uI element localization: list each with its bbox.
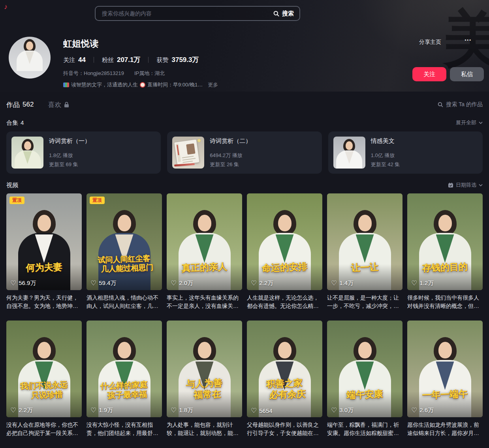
video-thumbnail[interactable]: 置顶 什么样的家庭孩子最幸福 ♡ 1.9万 xyxy=(87,321,162,417)
video-thumbnail[interactable]: 置顶 与人为善福常在 ♡ 1.8万 xyxy=(167,321,242,417)
stat-label: 关注 xyxy=(63,56,75,64)
collection-plays: 1.8亿 播放 xyxy=(49,152,90,159)
collection-thumbnail xyxy=(11,137,43,169)
date-filter-label: 日期筛选 xyxy=(456,182,476,189)
heart-icon: ♡ xyxy=(10,407,16,414)
search-button[interactable]: 搜索 xyxy=(273,10,294,17)
video-caption: 让不是屈服，是一种大度；让一步，不吃亏，减少冲突，… xyxy=(327,294,402,310)
video-card[interactable]: 置顶 积善之家必有余庆 ♡ 5654 父母越能以身作则，以善良之行引导子女，子女… xyxy=(247,321,322,437)
collection-card[interactable]: 情感美文 1.0亿 播放 更新至 42 集 xyxy=(328,131,483,174)
stat-following[interactable]: 关注 44 xyxy=(63,56,86,64)
heart-icon: ♡ xyxy=(411,407,417,414)
heart-icon: ♡ xyxy=(90,407,96,414)
video-thumbnail[interactable]: 置顶 试问人间红尘客几人能过相思门 ♡ 59.4万 xyxy=(87,193,162,290)
follow-button[interactable]: 关注 xyxy=(412,67,446,81)
profile-tabs: 作品 562 喜欢 搜索 Ta 的作品 xyxy=(6,99,483,110)
tab-likes-label: 喜欢 xyxy=(48,100,61,109)
video-thumbnail[interactable]: 置顶 存钱的目的 ♡ 1.2万 xyxy=(407,193,483,290)
video-card[interactable]: 置顶 与人为善福常在 ♡ 1.8万 为人处事，能包容，就别计较，能退让，就别动怒… xyxy=(167,321,242,437)
stat-followers[interactable]: 粉丝 207.1万 xyxy=(102,55,141,64)
video-card[interactable]: 置顶 我们不说永远只说珍惜 ♡ 2.2万 没有人会在原地等你，你也不必把自己拘泥… xyxy=(6,321,82,437)
pinned-badge: 置顶 xyxy=(9,197,24,204)
avatar[interactable] xyxy=(9,37,51,79)
divider xyxy=(148,57,149,63)
chevron-down-icon xyxy=(479,184,483,186)
divider xyxy=(94,57,94,63)
video-overlay-title: 我们不说永远只说珍惜 xyxy=(6,379,82,401)
video-card[interactable]: 置顶 命运的安排 ♡ 2.2万 人生就是这样，无论怎么选，都会有遗憾。无论你怎么… xyxy=(247,193,322,310)
like-count: ♡ 2.2万 xyxy=(251,279,273,287)
profile-meta: 抖音号：Hongjie28513219 IP属地：湖北 xyxy=(63,70,218,77)
video-card[interactable]: 置顶 端午安康 ♡ 3.0万 端午至，粽飘香，福满门，祈安康。愿你生活如粽般甜蜜… xyxy=(327,321,402,437)
like-count: ♡ 2.2万 xyxy=(10,407,33,414)
video-thumbnail[interactable]: 置顶 真正的亲人 ♡ 2.0万 xyxy=(167,193,242,290)
expand-all-button[interactable]: 展开全部 xyxy=(456,119,483,126)
avatar-photo xyxy=(9,37,51,79)
heart-icon: ♡ xyxy=(331,407,337,414)
video-caption: 没有大惊小怪，没有互相指责，他们团结起来，用最舒… xyxy=(87,421,162,437)
video-thumbnail[interactable]: 置顶 我们不说永远只说珍惜 ♡ 2.2万 xyxy=(6,321,82,417)
search-input[interactable] xyxy=(101,10,273,17)
video-card[interactable]: 置顶 一年一端午 ♡ 2.6万 愿你生活如龙舟劈波展浪，前途似锦来日方长，愿你岁… xyxy=(407,321,483,437)
video-overlay-title: 积善之家必有余庆 xyxy=(247,377,322,401)
alarm-clock-icon xyxy=(140,82,145,88)
video-card[interactable]: 置顶 什么样的家庭孩子最幸福 ♡ 1.9万 没有大惊小怪，没有互相指责，他们团结… xyxy=(87,321,162,437)
collection-plays: 6494.2万 播放 xyxy=(210,152,251,159)
search-bar[interactable]: 搜索 xyxy=(95,6,300,21)
video-thumbnail[interactable]: 置顶 一年一端午 ♡ 2.6万 xyxy=(407,321,483,417)
video-thumbnail[interactable]: 置顶 让一让 ♡ 1.4万 xyxy=(327,193,402,290)
bio-more-link[interactable]: 更多 xyxy=(208,81,218,88)
book-graphic xyxy=(175,139,200,165)
search-user-works[interactable]: 搜索 Ta 的作品 xyxy=(438,101,483,108)
video-thumbnail[interactable]: 置顶 何为夫妻 ♡ 56.9万 xyxy=(6,193,82,290)
video-caption: 酒入相思情入魂，情由心动不由人，试问人间红尘客，几… xyxy=(87,294,162,310)
video-caption: 没有人会在原地等你，你也不必把自己拘泥于某一段关系… xyxy=(6,421,82,437)
video-card[interactable]: 置顶 真正的亲人 ♡ 2.0万 事实上，这年头有血缘关系的不一定是亲人，没有血缘… xyxy=(167,193,242,310)
video-card[interactable]: 置顶 试问人间红尘客几人能过相思门 ♡ 59.4万 酒入相思情入魂，情由心动不由… xyxy=(87,193,162,310)
like-count: ♡ 1.9万 xyxy=(90,407,113,414)
stat-value: 207.1万 xyxy=(117,55,141,64)
calendar-icon xyxy=(448,182,453,188)
video-caption: 何为夫妻？男为天，天行健，自强不息。女为地，地势坤… xyxy=(6,294,82,310)
stat-value: 44 xyxy=(78,56,86,64)
video-card[interactable]: 置顶 何为夫妻 ♡ 56.9万 何为夫妻？男为天，天行健，自强不息。女为地，地势… xyxy=(6,193,82,310)
collections-header: 合集 4 展开全部 xyxy=(6,119,483,126)
video-thumbnail[interactable]: 置顶 命运的安排 ♡ 2.2万 xyxy=(247,193,322,290)
bio-live-time: 直播时间：早9:00/晚1… xyxy=(147,81,203,88)
stat-likes-received[interactable]: 获赞 3759.3万 xyxy=(156,55,199,64)
collection-episodes: 更新至 69 集 xyxy=(49,161,90,168)
more-options-icon[interactable]: ••• xyxy=(465,37,472,42)
video-card[interactable]: 置顶 让一让 ♡ 1.4万 让不是屈服，是一种大度；让一步，不吃亏，减少冲突，… xyxy=(327,193,402,310)
video-card[interactable]: 置顶 存钱的目的 ♡ 1.2万 很多时候，我们当中有很多人对钱并没有清晰的概念，… xyxy=(407,193,483,310)
collection-title: 诗词赏析（一） xyxy=(49,137,90,145)
stat-value: 3759.3万 xyxy=(171,55,199,64)
heart-icon: ♡ xyxy=(411,280,417,287)
stat-label: 获赞 xyxy=(156,56,168,64)
like-count: ♡ 2.0万 xyxy=(171,279,193,287)
tab-likes[interactable]: 喜欢 xyxy=(48,100,69,109)
video-thumbnail[interactable]: 置顶 端午安康 ♡ 3.0万 xyxy=(327,321,402,417)
page-title: 虹姐悦读 xyxy=(63,38,218,50)
like-count: ♡ 1.4万 xyxy=(331,279,354,287)
douyin-id: 抖音号：Hongjie28513219 xyxy=(63,70,124,77)
collection-card[interactable]: 诗词赏析（一） 1.8亿 播放 更新至 69 集 xyxy=(6,131,161,174)
tab-works[interactable]: 作品 562 xyxy=(6,100,34,109)
expand-all-label: 展开全部 xyxy=(456,119,476,126)
stat-label: 粉丝 xyxy=(102,56,114,64)
videos-header: 视频 日期筛选 xyxy=(6,182,483,189)
video-grid: 置顶 何为夫妻 ♡ 56.9万 何为夫妻？男为天，天行健，自强不息。女为地，地势… xyxy=(6,193,483,437)
videos-title: 视频 xyxy=(6,182,18,189)
message-button[interactable]: 私信 xyxy=(450,67,484,81)
pinned-badge: 置顶 xyxy=(90,197,105,204)
collection-title: 诗词赏析（二） xyxy=(210,137,251,145)
video-overlay-title: 试问人间红尘客几人能过相思门 xyxy=(87,253,162,274)
search-user-works-label: 搜索 Ta 的作品 xyxy=(446,101,483,108)
profile-banner: 美 ♪ 搜索 虹姐悦读 关注 44 xyxy=(0,0,489,92)
date-filter-button[interactable]: 日期筛选 xyxy=(448,182,483,189)
douyin-logo-icon[interactable]: ♪ xyxy=(4,3,8,11)
video-thumbnail[interactable]: 置顶 积善之家必有余庆 ♡ 5654 xyxy=(247,321,322,417)
share-profile-button[interactable]: 分享主页 xyxy=(419,39,441,46)
collection-episodes: 更新至 42 集 xyxy=(371,161,400,168)
like-count: ♡ 3.0万 xyxy=(331,407,354,414)
collection-card[interactable]: 诗词赏析（二） 6494.2万 播放 更新至 26 集 xyxy=(167,131,322,174)
